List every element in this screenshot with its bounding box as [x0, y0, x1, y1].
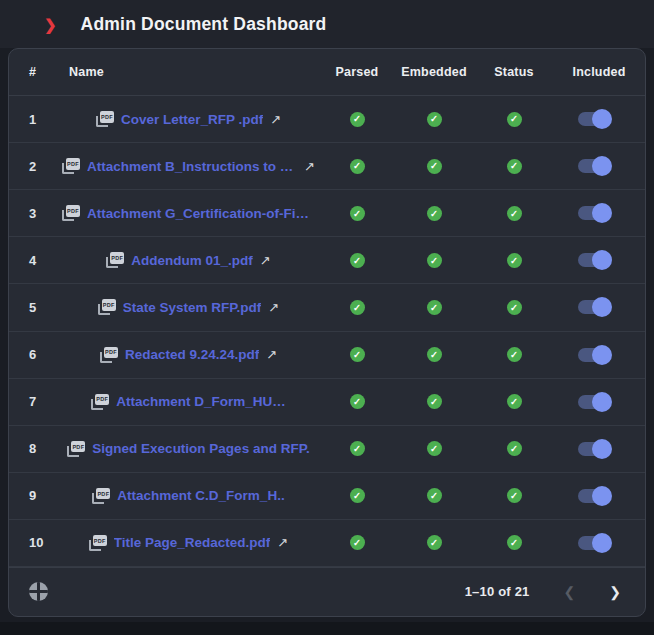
table-row: 10 PDF Title Page_Redacted.pdf ↗ ✓ ✓ ✓ — [9, 520, 645, 567]
document-link[interactable]: Title Page_Redacted.pdf — [114, 535, 271, 550]
document-link[interactable]: Attachment C.D_Form_H.. — [117, 488, 284, 503]
embedded-check-icon: ✓ — [427, 441, 442, 456]
embedded-check-icon: ✓ — [427, 394, 442, 409]
document-name-cell: PDF Addendum 01_.pdf ↗ — [55, 252, 321, 268]
table-row: 1 PDF Cover Letter_RFP .pdf ↗ ✓ ✓ ✓ — [9, 96, 645, 143]
document-name-cell: PDF Attachment G_Certification-of-Financ… — [55, 205, 321, 221]
status-check-icon: ✓ — [507, 300, 522, 315]
included-toggle[interactable] — [578, 300, 610, 314]
parsed-check-icon: ✓ — [350, 112, 365, 127]
embedded-check-icon: ✓ — [427, 206, 442, 221]
pdf-file-icon: PDF — [61, 158, 80, 174]
included-toggle[interactable] — [578, 112, 610, 126]
toggle-thumb — [592, 392, 612, 412]
page-header: ❯ Admin Document Dashboard — [0, 0, 654, 48]
row-index: 7 — [9, 394, 55, 409]
document-table-card: # Name Parsed Embedded Status Included 1… — [8, 48, 646, 617]
status-check-icon: ✓ — [507, 394, 522, 409]
breadcrumb-chevron-icon: ❯ — [44, 17, 57, 32]
toggle-thumb — [592, 486, 612, 506]
external-link-icon[interactable]: ↗ — [266, 348, 277, 361]
pdf-file-icon: PDF — [97, 299, 116, 315]
pdf-icon-label: PDF — [71, 441, 85, 453]
included-toggle[interactable] — [578, 348, 610, 362]
document-link[interactable]: Addendum 01_.pdf — [131, 253, 253, 268]
external-link-icon[interactable]: ↗ — [270, 113, 281, 126]
embedded-check-icon: ✓ — [427, 535, 442, 550]
external-link-icon[interactable]: ↗ — [277, 536, 288, 549]
embedded-check-icon: ✓ — [427, 347, 442, 362]
status-check-icon: ✓ — [507, 253, 522, 268]
parsed-check-icon: ✓ — [350, 159, 365, 174]
row-index: 4 — [9, 253, 55, 268]
parsed-check-icon: ✓ — [350, 488, 365, 503]
next-page-button[interactable]: ❯ — [603, 581, 627, 603]
external-link-icon[interactable]: ↗ — [304, 160, 315, 173]
bottom-strip — [0, 622, 654, 635]
included-toggle[interactable] — [578, 536, 610, 550]
pdf-file-icon: PDF — [105, 252, 124, 268]
included-toggle[interactable] — [578, 253, 610, 267]
document-name-cell: PDF Signed Execution Pages and RFP. — [55, 441, 321, 457]
document-link[interactable]: Attachment B_Instructions to Vendors.pdf — [87, 159, 297, 174]
external-link-icon[interactable]: ↗ — [260, 254, 271, 267]
column-header-index: # — [9, 65, 55, 79]
toggle-thumb — [592, 109, 612, 129]
included-toggle[interactable] — [578, 206, 610, 220]
table-header-row: # Name Parsed Embedded Status Included — [9, 49, 645, 96]
pdf-icon-label: PDF — [93, 535, 107, 547]
document-link[interactable]: Cover Letter_RFP .pdf — [121, 112, 263, 127]
embedded-check-icon: ✓ — [427, 159, 442, 174]
included-toggle[interactable] — [578, 395, 610, 409]
status-check-icon: ✓ — [507, 159, 522, 174]
pdf-icon-label: PDF — [100, 111, 114, 123]
embedded-check-icon: ✓ — [427, 112, 442, 127]
document-link[interactable]: State System RFP.pdf — [123, 300, 262, 315]
pdf-file-icon: PDF — [91, 488, 110, 504]
toggle-thumb — [592, 439, 612, 459]
toggle-thumb — [592, 250, 612, 270]
embedded-check-icon: ✓ — [427, 300, 442, 315]
column-header-embedded: Embedded — [393, 65, 475, 79]
included-toggle[interactable] — [578, 442, 610, 456]
toggle-thumb — [592, 297, 612, 317]
previous-page-button[interactable]: ❮ — [558, 581, 582, 603]
pdf-file-icon: PDF — [95, 111, 114, 127]
toggle-thumb — [592, 203, 612, 223]
status-check-icon: ✓ — [507, 347, 522, 362]
document-link[interactable]: Redacted 9.24.24.pdf — [125, 347, 259, 362]
pdf-icon-label: PDF — [95, 394, 109, 406]
document-link[interactable]: Signed Execution Pages and RFP. — [92, 441, 309, 456]
column-header-name: Name — [55, 65, 321, 79]
parsed-check-icon: ✓ — [350, 441, 365, 456]
external-link-icon[interactable]: ↗ — [268, 301, 279, 314]
included-toggle[interactable] — [578, 489, 610, 503]
document-name-cell: PDF Attachment D_Form_HU… — [55, 394, 321, 410]
pdf-icon-label: PDF — [66, 158, 80, 170]
document-name-cell: PDF Attachment B_Instructions to Vendors… — [55, 158, 321, 174]
document-name-cell: PDF Redacted 9.24.24.pdf ↗ — [55, 347, 321, 363]
row-index: 6 — [9, 347, 55, 362]
parsed-check-icon: ✓ — [350, 347, 365, 362]
pagination-label: 1–10 of 21 — [465, 584, 530, 599]
pdf-file-icon: PDF — [88, 535, 107, 551]
status-check-icon: ✓ — [507, 488, 522, 503]
document-link[interactable]: Attachment D_Form_HU… — [116, 394, 286, 409]
row-index: 2 — [9, 159, 55, 174]
pdf-icon-label: PDF — [102, 299, 116, 311]
toggle-thumb — [592, 533, 612, 553]
pdf-file-icon: PDF — [90, 394, 109, 410]
column-header-status: Status — [475, 65, 553, 79]
table-row: 5 PDF State System RFP.pdf ↗ ✓ ✓ ✓ — [9, 284, 645, 331]
row-index: 8 — [9, 441, 55, 456]
document-link[interactable]: Attachment G_Certification-of-Financial.… — [87, 206, 315, 221]
table-body: 1 PDF Cover Letter_RFP .pdf ↗ ✓ ✓ ✓ 2 PD… — [9, 96, 645, 567]
row-index: 1 — [9, 112, 55, 127]
table-row: 6 PDF Redacted 9.24.24.pdf ↗ ✓ ✓ ✓ — [9, 332, 645, 379]
pdf-file-icon: PDF — [99, 347, 118, 363]
parsed-check-icon: ✓ — [350, 206, 365, 221]
included-toggle[interactable] — [578, 159, 610, 173]
row-index: 5 — [9, 300, 55, 315]
pdf-icon-label: PDF — [96, 488, 110, 500]
parsed-check-icon: ✓ — [350, 535, 365, 550]
